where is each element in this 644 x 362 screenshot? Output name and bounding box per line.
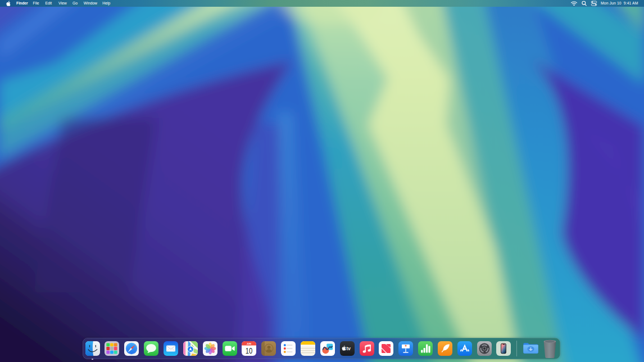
svg-text:tv: tv	[346, 346, 351, 351]
svg-text:JUN: JUN	[247, 342, 251, 345]
svg-text:10: 10	[246, 346, 253, 355]
